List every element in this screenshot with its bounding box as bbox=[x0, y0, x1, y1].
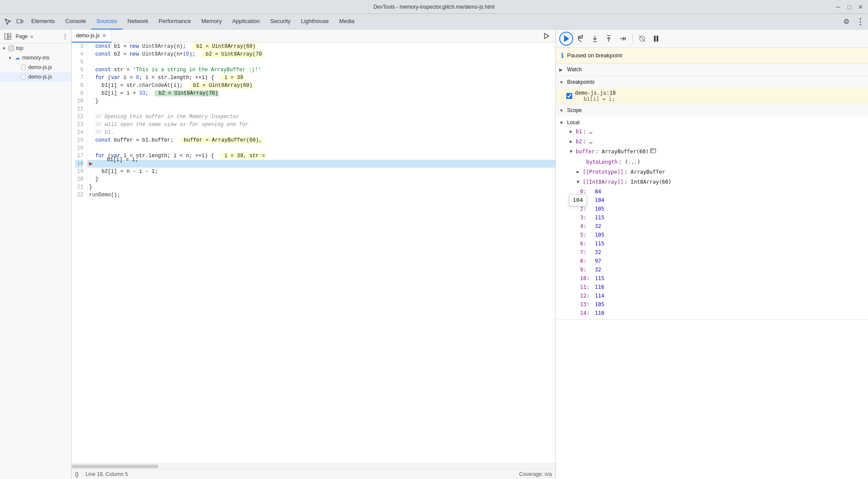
svg-line-16 bbox=[639, 36, 645, 42]
tab-application[interactable]: Application bbox=[227, 14, 265, 30]
tree-label-top: top bbox=[16, 45, 23, 51]
array-item-14: 14: 110 bbox=[556, 309, 868, 317]
code-line-12: // Opening this buffer in the Memory Ins… bbox=[87, 113, 555, 121]
title-bar: DevTools - memory-inspector.glitch.me/de… bbox=[0, 0, 868, 14]
cursor-icon[interactable] bbox=[2, 16, 14, 28]
line-num-9: 9 bbox=[75, 89, 83, 97]
resume-button[interactable] bbox=[559, 32, 573, 46]
expand-icon-b2: ▶ bbox=[570, 138, 576, 145]
deactivate-breakpoints-button[interactable] bbox=[636, 33, 648, 45]
code-content[interactable]: 3 4 5 6 7 8 9 10 11 12 13 14 15 16 bbox=[72, 43, 555, 463]
breakpoints-section-header[interactable]: ▼ Breakpoints bbox=[556, 76, 868, 88]
tree-item-demo-js-1[interactable]: demo-js.js bbox=[0, 63, 71, 72]
tree-item-demo-js-2[interactable]: demo-js.js bbox=[0, 72, 71, 82]
code-area: 3 4 5 6 7 8 9 10 11 12 13 14 15 16 bbox=[72, 43, 555, 199]
tab-lighthouse[interactable]: Lighthouse bbox=[296, 14, 334, 30]
code-horizontal-scrollbar[interactable] bbox=[72, 463, 555, 469]
line-num-11: 11 bbox=[75, 105, 83, 113]
svg-rect-3 bbox=[8, 33, 11, 36]
close-button[interactable]: ✕ bbox=[857, 3, 865, 11]
paused-text: Paused on breakpoint bbox=[567, 52, 622, 59]
expand-icon-prototype: ▶ bbox=[577, 168, 583, 175]
scope-buffer[interactable]: ▼ buffer : ArrayBuffer(60) bbox=[556, 147, 868, 157]
breakpoint-checkbox-0[interactable] bbox=[566, 93, 572, 99]
line-num-22: 22 bbox=[75, 191, 83, 199]
step-into-button[interactable] bbox=[589, 33, 601, 45]
tab-media[interactable]: Media bbox=[334, 14, 360, 30]
scope-prototype[interactable]: ▶ [[Prototype]] : ArrayBuffer bbox=[556, 167, 868, 177]
line-num-21: 21 bbox=[75, 183, 83, 191]
scope-section-title: Scope bbox=[567, 107, 582, 113]
scope-buffer-name: buffer bbox=[576, 148, 594, 156]
paused-banner: ℹ Paused on breakpoint bbox=[556, 48, 868, 63]
scope-b2[interactable]: ▶ b2 : … bbox=[556, 137, 868, 147]
line-numbers: 3 4 5 6 7 8 9 10 11 12 13 14 15 16 bbox=[72, 43, 87, 199]
tab-memory[interactable]: Memory bbox=[196, 14, 227, 30]
watch-section-header[interactable]: ▶ Watch bbox=[556, 63, 868, 76]
tab-security[interactable]: Security bbox=[265, 14, 296, 30]
device-mode-icon[interactable] bbox=[14, 16, 26, 28]
cloud-icon: ☁ bbox=[14, 54, 21, 61]
step-button[interactable] bbox=[617, 33, 629, 45]
array-item-4: 4: 32 bbox=[556, 222, 868, 231]
cursor-position: Line 18, Column 5 bbox=[86, 471, 128, 477]
array-val-7: 32 bbox=[595, 248, 601, 256]
page-tab[interactable]: Page bbox=[14, 33, 30, 40]
svg-rect-18 bbox=[657, 36, 658, 42]
array-key-12: 12: bbox=[580, 292, 593, 300]
svg-rect-1 bbox=[21, 20, 23, 23]
tab-performance[interactable]: Performance bbox=[153, 14, 196, 30]
tab-console[interactable]: Console bbox=[60, 14, 91, 30]
info-icon: ℹ bbox=[561, 51, 564, 59]
watch-section-title: Watch bbox=[567, 66, 582, 73]
layout-toggle-button[interactable] bbox=[3, 32, 12, 41]
step-out-button[interactable] bbox=[603, 33, 615, 45]
tab-network[interactable]: Network bbox=[122, 14, 154, 30]
array-key-8: 8: bbox=[580, 257, 593, 265]
pause-on-exceptions-button[interactable] bbox=[650, 33, 662, 45]
array-val-13: 105 bbox=[595, 301, 604, 308]
scope-int8array[interactable]: ▼ [[Int8Array]] : Int8Array(60) bbox=[556, 177, 868, 187]
line-num-15: 15 bbox=[75, 136, 83, 144]
local-scope-header[interactable]: ▼ Local bbox=[556, 118, 868, 127]
line-num-12: 12 bbox=[75, 113, 83, 121]
array-item-9: 9: 32 bbox=[556, 265, 868, 274]
tree-item-top[interactable]: ▼ top bbox=[0, 43, 71, 53]
scope-b1[interactable]: ▶ b1 : … bbox=[556, 127, 868, 137]
close-tab-icon[interactable]: ✕ bbox=[102, 33, 107, 39]
scope-prototype-value: : ArrayBuffer bbox=[624, 168, 665, 176]
more-tabs-button[interactable]: » bbox=[30, 33, 33, 40]
tree-item-memory-ins[interactable]: ▼ ☁ memory-ins bbox=[0, 53, 71, 63]
code-line-18: ▶ b1[i] = i; bbox=[87, 160, 555, 168]
tab-sources[interactable]: Sources bbox=[91, 14, 122, 30]
array-val-8: 97 bbox=[595, 257, 601, 265]
code-line-9: b2[i] = i + 33; b2 = Uint8Array(70) bbox=[87, 89, 555, 97]
more-options-button[interactable]: ⋮ bbox=[854, 16, 866, 28]
memory-inspector-icon[interactable] bbox=[650, 148, 656, 154]
tree-label-demo-js-2: demo-js.js bbox=[28, 74, 52, 80]
format-button[interactable]: {} bbox=[75, 471, 79, 477]
minimize-button[interactable]: ─ bbox=[834, 3, 842, 11]
file-panel-menu-button[interactable]: ⋮ bbox=[63, 33, 68, 40]
code-scrollbar-thumb[interactable] bbox=[72, 465, 158, 468]
file-panel: Page » ⋮ ▼ top ▼ ☁ memory-ins bbox=[0, 30, 72, 479]
array-item-5: 5: 105 bbox=[556, 231, 868, 239]
scope-section-header[interactable]: ▼ Scope bbox=[556, 104, 868, 116]
code-line-8: b1[i] = str.charCodeAt(i); b1 = Uint8Arr… bbox=[87, 82, 555, 89]
tree-label-memory-ins: memory-ins bbox=[22, 55, 50, 61]
top-tabs-right: ⚙ ⋮ bbox=[840, 16, 866, 28]
array-val-12: 114 bbox=[595, 292, 604, 300]
code-line-14: // b1. bbox=[87, 129, 555, 136]
step-over-button[interactable] bbox=[575, 33, 587, 45]
array-val-10: 115 bbox=[595, 274, 604, 282]
code-playback-button[interactable] bbox=[541, 31, 552, 41]
code-line-7: for (var i = 0; i < str.length; ++i) { i… bbox=[87, 74, 555, 82]
scope-b1-value: : … bbox=[583, 128, 592, 136]
main-content: Page » ⋮ ▼ top ▼ ☁ memory-ins bbox=[0, 30, 868, 479]
tab-elements[interactable]: Elements bbox=[26, 14, 60, 30]
maximize-button[interactable]: □ bbox=[845, 3, 853, 11]
settings-button[interactable]: ⚙ bbox=[840, 16, 852, 28]
chevron-down-icon-local: ▼ bbox=[559, 120, 565, 125]
code-tab-demo-js[interactable]: demo-js.js ✕ bbox=[72, 30, 112, 43]
array-item-0: 0: 84 bbox=[556, 187, 868, 196]
